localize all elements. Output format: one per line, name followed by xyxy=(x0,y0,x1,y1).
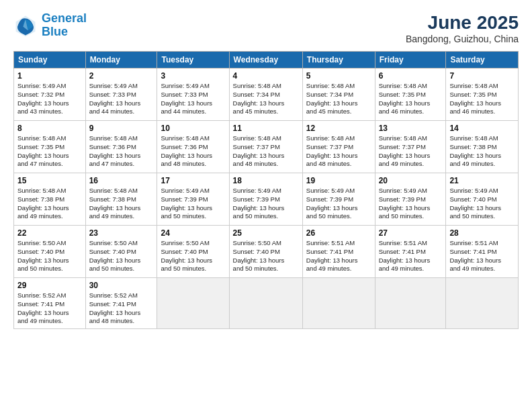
cell-w1-d1: 1Sunrise: 5:49 AMSunset: 7:32 PMDaylight… xyxy=(14,68,86,121)
day-info: Sunrise: 5:49 AMSunset: 7:33 PMDaylight:… xyxy=(161,82,225,116)
day-info: Sunrise: 5:49 AMSunset: 7:40 PMDaylight:… xyxy=(449,187,515,221)
day-info: Sunrise: 5:52 AMSunset: 7:41 PMDaylight:… xyxy=(17,291,82,326)
day-number: 21 xyxy=(449,176,515,185)
cell-w5-d3 xyxy=(157,278,229,329)
cell-w2-d5: 12Sunrise: 5:48 AMSunset: 7:37 PMDayligh… xyxy=(302,121,375,173)
day-number: 10 xyxy=(161,124,225,133)
cell-w1-d2: 2Sunrise: 5:49 AMSunset: 7:33 PMDaylight… xyxy=(85,68,157,121)
cell-w4-d2: 23Sunrise: 5:50 AMSunset: 7:40 PMDayligh… xyxy=(85,226,157,278)
subtitle: Bangdong, Guizhou, China xyxy=(406,34,519,44)
cell-w2-d6: 13Sunrise: 5:48 AMSunset: 7:37 PMDayligh… xyxy=(375,121,446,173)
day-info: Sunrise: 5:51 AMSunset: 7:41 PMDaylight:… xyxy=(379,239,443,273)
day-info: Sunrise: 5:48 AMSunset: 7:35 PMDaylight:… xyxy=(449,82,515,116)
day-info: Sunrise: 5:51 AMSunset: 7:41 PMDaylight:… xyxy=(449,239,515,273)
day-number: 8 xyxy=(17,124,82,133)
cell-w5-d7 xyxy=(446,278,519,329)
day-info: Sunrise: 5:50 AMSunset: 7:40 PMDaylight:… xyxy=(161,239,225,273)
day-number: 11 xyxy=(233,124,299,133)
day-number: 14 xyxy=(449,124,515,133)
day-info: Sunrise: 5:48 AMSunset: 7:38 PMDaylight:… xyxy=(89,187,154,221)
cell-w5-d2: 30Sunrise: 5:52 AMSunset: 7:41 PMDayligh… xyxy=(85,278,157,329)
day-info: Sunrise: 5:50 AMSunset: 7:40 PMDaylight:… xyxy=(89,239,154,273)
week-row-2: 8Sunrise: 5:48 AMSunset: 7:35 PMDaylight… xyxy=(14,121,519,173)
cell-w4-d1: 22Sunrise: 5:50 AMSunset: 7:40 PMDayligh… xyxy=(14,226,86,278)
day-info: Sunrise: 5:48 AMSunset: 7:35 PMDaylight:… xyxy=(17,134,82,169)
week-row-3: 15Sunrise: 5:48 AMSunset: 7:38 PMDayligh… xyxy=(14,173,519,226)
cell-w1-d5: 5Sunrise: 5:48 AMSunset: 7:34 PMDaylight… xyxy=(302,68,375,121)
logo-icon xyxy=(13,13,38,38)
title-block: June 2025 Bangdong, Guizhou, China xyxy=(406,12,519,44)
day-info: Sunrise: 5:48 AMSunset: 7:38 PMDaylight:… xyxy=(17,187,82,221)
cell-w4-d7: 28Sunrise: 5:51 AMSunset: 7:41 PMDayligh… xyxy=(446,226,519,278)
day-number: 17 xyxy=(161,176,225,185)
day-info: Sunrise: 5:52 AMSunset: 7:41 PMDaylight:… xyxy=(89,291,154,326)
day-number: 6 xyxy=(379,71,443,81)
cell-w3-d4: 18Sunrise: 5:49 AMSunset: 7:39 PMDayligh… xyxy=(229,173,302,226)
day-number: 9 xyxy=(89,124,154,133)
day-number: 4 xyxy=(233,71,299,81)
cell-w2-d3: 10Sunrise: 5:48 AMSunset: 7:36 PMDayligh… xyxy=(157,121,229,173)
col-sunday: Sunday xyxy=(14,52,86,68)
day-info: Sunrise: 5:51 AMSunset: 7:41 PMDaylight:… xyxy=(306,239,371,273)
cell-w5-d5 xyxy=(302,278,375,329)
day-number: 24 xyxy=(161,228,225,238)
day-info: Sunrise: 5:48 AMSunset: 7:37 PMDaylight:… xyxy=(306,134,371,169)
calendar-body: 1Sunrise: 5:49 AMSunset: 7:32 PMDaylight… xyxy=(14,68,519,329)
cell-w3-d5: 19Sunrise: 5:49 AMSunset: 7:39 PMDayligh… xyxy=(302,173,375,226)
day-number: 30 xyxy=(89,281,154,290)
day-number: 20 xyxy=(379,176,443,185)
month-title: June 2025 xyxy=(406,12,519,34)
day-info: Sunrise: 5:48 AMSunset: 7:35 PMDaylight:… xyxy=(379,82,443,116)
day-info: Sunrise: 5:50 AMSunset: 7:40 PMDaylight:… xyxy=(233,239,299,273)
day-number: 27 xyxy=(379,228,443,238)
cell-w2-d4: 11Sunrise: 5:48 AMSunset: 7:37 PMDayligh… xyxy=(229,121,302,173)
day-number: 13 xyxy=(379,124,443,133)
day-info: Sunrise: 5:50 AMSunset: 7:40 PMDaylight:… xyxy=(17,239,82,273)
day-info: Sunrise: 5:49 AMSunset: 7:39 PMDaylight:… xyxy=(306,187,371,221)
day-number: 3 xyxy=(161,71,225,81)
day-number: 28 xyxy=(449,228,515,238)
day-number: 2 xyxy=(89,71,154,81)
col-friday: Friday xyxy=(375,52,446,68)
day-info: Sunrise: 5:49 AMSunset: 7:39 PMDaylight:… xyxy=(161,187,225,221)
cell-w2-d2: 9Sunrise: 5:48 AMSunset: 7:36 PMDaylight… xyxy=(85,121,157,173)
cell-w5-d6 xyxy=(375,278,446,329)
page: General Blue June 2025 Bangdong, Guizhou… xyxy=(0,0,532,411)
cell-w1-d6: 6Sunrise: 5:48 AMSunset: 7:35 PMDaylight… xyxy=(375,68,446,121)
logo-text: General Blue xyxy=(42,12,87,39)
col-thursday: Thursday xyxy=(302,52,375,68)
logo: General Blue xyxy=(13,12,87,39)
day-number: 16 xyxy=(89,176,154,185)
cell-w1-d4: 4Sunrise: 5:48 AMSunset: 7:34 PMDaylight… xyxy=(229,68,302,121)
cell-w1-d3: 3Sunrise: 5:49 AMSunset: 7:33 PMDaylight… xyxy=(157,68,229,121)
day-info: Sunrise: 5:48 AMSunset: 7:38 PMDaylight:… xyxy=(449,134,515,169)
cell-w2-d1: 8Sunrise: 5:48 AMSunset: 7:35 PMDaylight… xyxy=(14,121,86,173)
day-number: 7 xyxy=(449,71,515,81)
day-number: 23 xyxy=(89,228,154,238)
day-info: Sunrise: 5:49 AMSunset: 7:33 PMDaylight:… xyxy=(89,82,154,116)
calendar-table: Sunday Monday Tuesday Wednesday Thursday… xyxy=(13,51,519,329)
day-number: 15 xyxy=(17,176,82,185)
cell-w5-d4 xyxy=(229,278,302,329)
day-number: 12 xyxy=(306,124,371,133)
cell-w3-d7: 21Sunrise: 5:49 AMSunset: 7:40 PMDayligh… xyxy=(446,173,519,226)
cell-w2-d7: 14Sunrise: 5:48 AMSunset: 7:38 PMDayligh… xyxy=(446,121,519,173)
cell-w4-d6: 27Sunrise: 5:51 AMSunset: 7:41 PMDayligh… xyxy=(375,226,446,278)
day-info: Sunrise: 5:48 AMSunset: 7:36 PMDaylight:… xyxy=(89,134,154,169)
day-number: 22 xyxy=(17,228,82,238)
day-number: 18 xyxy=(233,176,299,185)
col-wednesday: Wednesday xyxy=(229,52,302,68)
cell-w4-d4: 25Sunrise: 5:50 AMSunset: 7:40 PMDayligh… xyxy=(229,226,302,278)
week-row-4: 22Sunrise: 5:50 AMSunset: 7:40 PMDayligh… xyxy=(14,226,519,278)
day-info: Sunrise: 5:48 AMSunset: 7:36 PMDaylight:… xyxy=(161,134,225,169)
day-number: 26 xyxy=(306,228,371,238)
day-info: Sunrise: 5:48 AMSunset: 7:34 PMDaylight:… xyxy=(306,82,371,116)
day-number: 5 xyxy=(306,71,371,81)
cell-w3-d2: 16Sunrise: 5:48 AMSunset: 7:38 PMDayligh… xyxy=(85,173,157,226)
week-row-5: 29Sunrise: 5:52 AMSunset: 7:41 PMDayligh… xyxy=(14,278,519,329)
col-saturday: Saturday xyxy=(446,52,519,68)
day-info: Sunrise: 5:49 AMSunset: 7:39 PMDaylight:… xyxy=(379,187,443,221)
cell-w5-d1: 29Sunrise: 5:52 AMSunset: 7:41 PMDayligh… xyxy=(14,278,86,329)
col-monday: Monday xyxy=(85,52,157,68)
cell-w4-d5: 26Sunrise: 5:51 AMSunset: 7:41 PMDayligh… xyxy=(302,226,375,278)
